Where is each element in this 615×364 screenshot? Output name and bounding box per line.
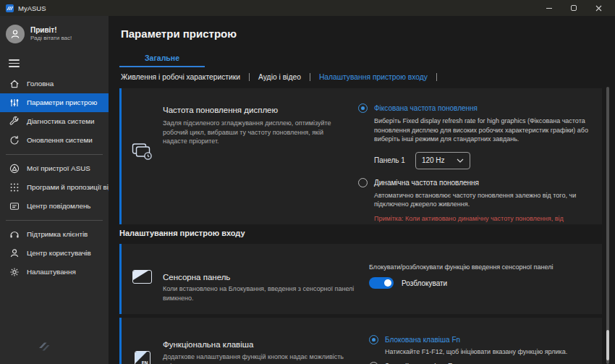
touchpad-card: Сенсорна панель Коли встановлено на Блок…	[119, 244, 602, 314]
sidebar-item-my-asus-devices[interactable]: Мої пристрої ASUS	[0, 159, 109, 178]
sidebar-nav: Головна Параметри пристрою Діагностика с…	[0, 75, 109, 282]
refresh-rate-card: Частота поновлення дисплею Задля підсиле…	[119, 88, 602, 224]
input-section-header: Налаштування пристрою входу	[119, 229, 245, 237]
close-icon	[595, 5, 602, 12]
sidebar-item-device-settings[interactable]: Параметри пристрою	[0, 93, 109, 112]
wrench-icon	[9, 116, 20, 127]
chevron-down-icon	[457, 158, 464, 163]
apps-grid-icon	[9, 182, 20, 193]
account-greeting[interactable]: Привіт! Раді вітати вас!	[0, 16, 109, 43]
sidebar-divider	[6, 220, 103, 221]
sliders-icon	[9, 97, 20, 109]
display-refresh-icon	[132, 140, 153, 224]
asus-device-icon	[9, 163, 20, 174]
sidebar-item-label: Програми й пропозиції від…	[27, 183, 119, 191]
sidebar-item-label: Центр користувачів	[27, 249, 91, 257]
sidebar-item-diagnostics[interactable]: Діагностика системи	[0, 112, 109, 131]
fixed-refresh-description: Виберіть Fixed display refresh rate for …	[374, 117, 595, 144]
user-icon	[9, 247, 20, 259]
touchpad-toggle-label: Розблокувати	[402, 279, 447, 287]
fixed-refresh-label[interactable]: Фіксована частота поновлення	[374, 104, 478, 112]
sidebar-item-label: Оновлення системи	[27, 136, 93, 144]
scrollbar-track[interactable]	[606, 87, 609, 364]
subtab-power-performance[interactable]: Живлення і робочі характеристики	[121, 73, 240, 81]
sidebar-item-label: Мої пристрої ASUS	[27, 164, 90, 172]
asus-swirl-logo-icon	[36, 338, 52, 357]
radio-fn-normal[interactable]	[369, 362, 378, 364]
sidebar-item-apps-offers[interactable]: Програми й пропозиції від…	[0, 178, 109, 197]
titlebar: MyASUS	[0, 0, 615, 16]
sidebar-divider	[6, 154, 103, 155]
dynamic-refresh-note: Примітка: Коли активовано динамічну част…	[374, 214, 595, 224]
hamburger-menu-icon[interactable]	[9, 59, 20, 67]
update-icon	[9, 135, 20, 146]
subtab-audio-video[interactable]: Аудіо і відео	[258, 73, 301, 81]
subtab-separator	[436, 73, 437, 81]
fn-key-icon: FN	[135, 351, 150, 364]
subtab-separator	[310, 73, 310, 81]
sidebar-item-label: Центр повідомлень	[27, 202, 90, 210]
sidebar-item-settings[interactable]: Налаштування	[0, 263, 109, 282]
subtab-separator	[249, 73, 250, 81]
maximize-button[interactable]	[561, 1, 586, 15]
sidebar-item-label: Параметри пристрою	[27, 98, 97, 106]
dynamic-refresh-description: Автоматично встановлює частоту поновленн…	[374, 191, 595, 209]
touchpad-description: Коли встановлено на Блокування, введення…	[163, 284, 359, 302]
subtab-input-device[interactable]: Налаштування пристрою входу	[319, 73, 428, 81]
page-title: Параметри пристрою	[121, 27, 237, 40]
sidebar-item-message-center[interactable]: Центр повідомлень	[0, 197, 109, 216]
radio-dynamic-refresh-rate[interactable]	[358, 178, 368, 187]
refresh-section-title: Частота поновлення дисплею	[163, 106, 348, 114]
close-button[interactable]	[586, 1, 611, 15]
radio-fn-lock[interactable]	[369, 335, 378, 344]
sidebar-item-label: Підтримка клієнтів	[27, 230, 88, 238]
minimize-icon	[546, 8, 552, 9]
scrollbar-thumb[interactable]	[606, 330, 609, 360]
touchpad-icon	[132, 270, 152, 284]
maximize-icon	[571, 5, 577, 11]
fn-key-title: Функціональна клавіша	[163, 340, 359, 349]
tab-general[interactable]: Загальне	[119, 54, 205, 62]
touchpad-control-label: Блокувати/розблокувати функцію введення …	[369, 263, 586, 271]
avatar	[6, 25, 25, 43]
gear-icon	[9, 266, 20, 278]
myasus-window: MyASUS Привіт! Раді вітати вас!	[0, 0, 615, 364]
fn-lock-description: Натискайте F1-F12, щоб ініціювати вказан…	[385, 347, 602, 357]
refresh-rate-value: 120 Hz	[422, 156, 445, 164]
panel-label: Панель 1	[374, 156, 405, 164]
touchpad-title: Сенсорна панель	[163, 273, 359, 282]
greeting-title: Привіт!	[30, 26, 72, 35]
sidebar-item-label: Діагностика системи	[27, 117, 95, 125]
home-icon	[9, 78, 20, 90]
function-key-card: FN Функціональна клавіша Додаткове налаш…	[119, 318, 602, 364]
sidebar: Привіт! Раді вітати вас! Головна Парамет…	[0, 16, 109, 364]
greeting-subtitle: Раді вітати вас!	[30, 35, 72, 42]
dynamic-refresh-label[interactable]: Динамічна частота поновлення	[374, 179, 479, 187]
sidebar-item-label: Налаштування	[27, 268, 76, 276]
myasus-logo-icon	[6, 4, 14, 12]
main-content: Параметри пристрою Загальне Живлення і р…	[109, 16, 615, 364]
app-title: MyASUS	[18, 4, 46, 12]
refresh-section-description: Задля підсиленого згладжування дисплею, …	[163, 119, 348, 146]
fn-lock-label[interactable]: Блокована клавіша Fn	[385, 336, 460, 344]
sidebar-item-user-center[interactable]: Центр користувачів	[0, 244, 109, 263]
fn-key-description: Додаткове налаштування функцій кнопок на…	[163, 352, 359, 364]
touchpad-toggle[interactable]	[369, 277, 394, 289]
sidebar-item-label: Головна	[27, 80, 54, 88]
tab-underline	[119, 66, 205, 67]
message-icon	[9, 200, 20, 212]
headset-icon	[9, 229, 20, 240]
sidebar-item-customer-support[interactable]: Підтримка клієнтів	[0, 225, 109, 244]
refresh-rate-select[interactable]: 120 Hz	[415, 152, 470, 169]
subtabs: Живлення і робочі характеристики Аудіо і…	[121, 73, 446, 81]
sidebar-item-system-update[interactable]: Оновлення системи	[0, 131, 109, 150]
radio-fixed-refresh-rate[interactable]	[358, 103, 368, 113]
minimize-button[interactable]	[537, 1, 561, 15]
sidebar-item-home[interactable]: Головна	[0, 75, 109, 93]
